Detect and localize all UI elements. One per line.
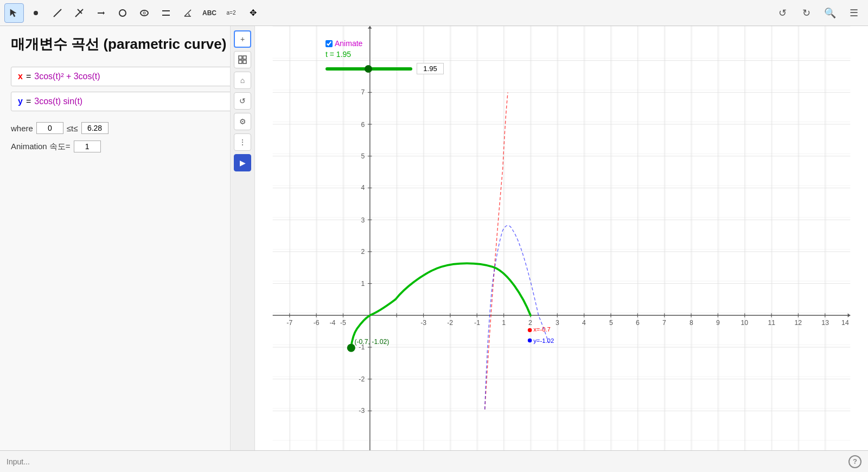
animate-checkbox[interactable] (326, 40, 333, 47)
svg-line-11 (184, 10, 191, 16)
svg-text:-1: -1 (474, 319, 480, 327)
undo-button[interactable]: ↺ (773, 3, 792, 23)
svg-rect-14 (239, 56, 242, 59)
svg-rect-19 (273, 26, 851, 450)
arrow-button[interactable]: ▶ (234, 154, 251, 171)
redo-button[interactable]: ↻ (796, 3, 816, 23)
y-expression: 3cos(t) sin(t) (34, 97, 82, 106)
svg-rect-16 (239, 60, 242, 63)
svg-text:1: 1 (361, 280, 365, 288)
svg-text:2: 2 (528, 319, 532, 327)
perpendicular-tool[interactable] (69, 3, 89, 23)
x-label: x (18, 72, 23, 81)
t-min-input[interactable] (36, 122, 63, 134)
t-value-display[interactable]: 1.95 (417, 63, 444, 74)
input-bar: ? (0, 450, 868, 472)
y-label: y (18, 97, 23, 106)
svg-rect-17 (243, 60, 246, 63)
insert-tool[interactable]: a=2 (221, 3, 241, 23)
svg-text:-4: -4 (329, 319, 335, 327)
text-tool[interactable]: ABC (200, 3, 219, 23)
animation-row: Animation 속도= (11, 141, 244, 152)
help-button[interactable]: ? (848, 455, 861, 468)
input-field[interactable] (7, 457, 848, 466)
svg-text:-2: -2 (447, 319, 453, 327)
svg-text:7: 7 (662, 319, 666, 327)
t-value-row: t = 1.95 (326, 50, 444, 59)
main-content: 매개변수 곡선 (parametric curve) x = 3cos(t)² … (0, 26, 868, 450)
angle-tool[interactable] (178, 3, 197, 23)
parallel-tool[interactable] (156, 3, 176, 23)
svg-text:12: 12 (794, 319, 802, 327)
where-label: where (11, 124, 33, 133)
menu-button[interactable]: ☰ (844, 3, 864, 23)
y-equals: = (26, 97, 31, 106)
y-equation-box[interactable]: y = 3cos(t) sin(t) (11, 92, 244, 111)
svg-text:14: 14 (841, 319, 849, 327)
svg-rect-15 (243, 56, 246, 59)
where-row: where ≤t≤ (11, 122, 244, 134)
svg-point-7 (141, 10, 148, 16)
svg-text:1: 1 (502, 319, 506, 327)
svg-text:5: 5 (609, 319, 613, 327)
svg-text:4: 4 (582, 319, 586, 327)
svg-text:10: 10 (741, 319, 748, 327)
svg-point-6 (119, 10, 126, 16)
ray-tool[interactable] (91, 3, 111, 23)
t-max-input[interactable] (81, 122, 108, 134)
y-value-label: y=-1.02 (533, 337, 554, 344)
graph-svg[interactable]: -7 -6 -5 -4 -3 -2 -1 1 2 (255, 26, 868, 450)
x-expression: 3cos(t)² + 3cos(t) (34, 72, 100, 81)
x-equation-box[interactable]: x = 3cos(t)² + 3cos(t) (11, 67, 244, 86)
grid-button[interactable] (234, 51, 251, 68)
svg-text:-7: -7 (286, 319, 292, 327)
svg-text:-5: -5 (340, 319, 346, 327)
point-coordinates-label: (-0.7, -1.02) (354, 338, 389, 346)
svg-text:6: 6 (361, 121, 365, 129)
x-value-label: x=-0.7 (533, 326, 551, 333)
more-button[interactable]: ⋮ (234, 133, 251, 151)
left-panel: 매개변수 곡선 (parametric curve) x = 3cos(t)² … (0, 26, 255, 450)
toolbar-right: ↺ ↻ 🔍 ☰ (773, 3, 864, 23)
x-crosshair-dot (528, 328, 532, 333)
svg-text:13: 13 (821, 319, 829, 327)
animate-label: Animate (335, 39, 362, 48)
svg-text:4: 4 (361, 184, 365, 192)
line-tool[interactable] (48, 3, 67, 23)
svg-point-8 (143, 12, 145, 14)
home-button[interactable]: ⌂ (234, 72, 251, 89)
svg-text:3: 3 (556, 319, 559, 327)
svg-text:11: 11 (768, 319, 775, 327)
svg-text:9: 9 (716, 319, 720, 327)
t-slider-thumb[interactable] (365, 65, 372, 73)
refresh-button[interactable]: ↺ (234, 92, 251, 110)
animate-panel: Animate t = 1.95 1.95 (326, 39, 444, 74)
conic-tool[interactable] (135, 3, 154, 23)
svg-text:3: 3 (361, 216, 365, 224)
animate-checkbox-row[interactable]: Animate (326, 39, 444, 48)
svg-text:✥: ✥ (250, 8, 257, 17)
t-value-label: t = 1.95 (326, 50, 351, 59)
graph-area[interactable]: Animate t = 1.95 1.95 (255, 26, 868, 450)
search-button[interactable]: 🔍 (820, 3, 840, 23)
svg-text:6: 6 (636, 319, 640, 327)
circle-tool[interactable] (113, 3, 132, 23)
svg-text:-2: -2 (359, 375, 365, 383)
right-side-toolbar: + ⌂ ↺ ⚙ ⋮ ▶ (230, 26, 254, 450)
x-equals: = (26, 72, 31, 81)
grid-add-button[interactable]: + (234, 30, 251, 48)
settings-button[interactable]: ⚙ (234, 113, 251, 130)
svg-point-0 (34, 11, 38, 15)
range-symbol: ≤t≤ (67, 124, 78, 133)
t-slider-track[interactable] (326, 67, 412, 71)
animation-speed-input[interactable] (74, 141, 101, 152)
select-tool[interactable] (4, 3, 24, 23)
svg-text:7: 7 (361, 88, 365, 96)
animation-label: Animation 속도= (11, 142, 71, 152)
move-view-tool[interactable]: ✥ (243, 3, 263, 23)
svg-text:2: 2 (361, 248, 365, 256)
page-title: 매개변수 곡선 (parametric curve) (11, 35, 244, 54)
main-toolbar: ABC a=2 ✥ ↺ ↻ 🔍 ☰ (0, 0, 868, 26)
svg-text:-3: -3 (359, 407, 365, 414)
point-tool[interactable] (26, 3, 46, 23)
